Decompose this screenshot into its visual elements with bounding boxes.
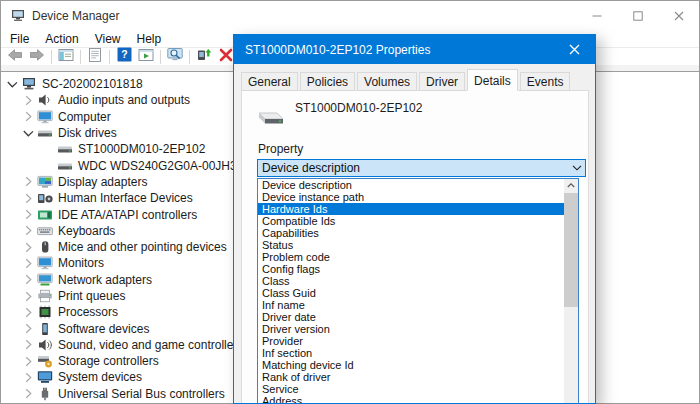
help-button[interactable]: ? — [113, 49, 135, 65]
back-button[interactable] — [4, 49, 26, 65]
toolbar-separator — [189, 50, 190, 64]
tree-item-label: Processors — [58, 305, 118, 319]
property-option-inf-name[interactable]: Inf name — [258, 299, 564, 311]
chevron-collapsed-icon[interactable] — [21, 339, 35, 351]
dialog-close-icon[interactable] — [553, 35, 595, 64]
tree-item-label: Human Interface Devices — [58, 191, 193, 205]
tab-events[interactable]: Events — [520, 72, 571, 91]
property-option-hardware-ids[interactable]: Hardware Ids — [258, 203, 564, 215]
menu-help[interactable]: Help — [129, 32, 170, 46]
chevron-collapsed-icon[interactable] — [21, 94, 35, 106]
toolbar-separator — [160, 50, 161, 64]
show-console-tree-button[interactable] — [55, 49, 77, 65]
property-option-driver-date[interactable]: Driver date — [258, 311, 564, 323]
property-option-provider[interactable]: Provider — [258, 335, 564, 347]
property-option-driver-version[interactable]: Driver version — [258, 323, 564, 335]
ide-controller-icon — [37, 208, 53, 222]
close-icon[interactable] — [658, 1, 699, 30]
menu-action[interactable]: Action — [37, 32, 86, 46]
chevron-collapsed-icon[interactable] — [21, 111, 35, 123]
property-option-capabilities[interactable]: Capabilities — [258, 227, 564, 239]
export-list-button[interactable] — [135, 49, 157, 65]
chevron-collapsed-icon[interactable] — [21, 355, 35, 367]
property-option-compatible-ids[interactable]: Compatible Ids — [258, 215, 564, 227]
scan-hardware-changes-icon — [167, 47, 183, 67]
chevron-collapsed-icon[interactable] — [21, 306, 35, 318]
tree-item-label: Mice and other pointing devices — [58, 240, 227, 254]
property-option-status[interactable]: Status — [258, 239, 564, 251]
keyboard-icon — [37, 224, 53, 238]
monitor-icon — [37, 110, 53, 124]
property-option-device-description[interactable]: Device description — [258, 179, 564, 191]
software-device-icon — [37, 322, 53, 336]
property-combobox[interactable]: Device description — [257, 159, 586, 177]
tab-driver[interactable]: Driver — [419, 72, 465, 91]
property-option-device-instance-path[interactable]: Device instance path — [258, 191, 564, 203]
chevron-expanded-icon[interactable] — [21, 127, 35, 139]
device-manager-icon — [10, 8, 26, 24]
tree-item-label: Audio inputs and outputs — [58, 93, 190, 107]
printer-icon — [37, 289, 53, 303]
property-option-problem-code[interactable]: Problem code — [258, 251, 564, 263]
chevron-expanded-icon[interactable] — [5, 78, 19, 90]
chevron-collapsed-icon[interactable] — [21, 209, 35, 221]
tab-general[interactable]: General — [241, 72, 298, 91]
tree-item-label: System devices — [58, 370, 142, 384]
forward-button[interactable] — [26, 49, 48, 65]
dropdown-scrollbar[interactable] — [564, 179, 578, 403]
property-option-class[interactable]: Class — [258, 275, 564, 287]
chevron-collapsed-icon[interactable] — [21, 388, 35, 400]
chevron-collapsed-icon[interactable] — [21, 257, 35, 269]
scrollbar-thumb[interactable] — [564, 193, 578, 307]
mouse-icon — [37, 240, 53, 254]
computer-icon — [21, 77, 37, 91]
scan-hardware-changes-button[interactable] — [164, 49, 186, 65]
tree-item-label: WDC WDS240G2G0A-00JH30 — [78, 159, 243, 173]
tree-item-label: Print queues — [58, 289, 125, 303]
tree-item-label: Sound, video and game controllers — [58, 338, 243, 352]
chevron-collapsed-icon[interactable] — [21, 290, 35, 302]
minimize-icon[interactable] — [576, 1, 617, 30]
property-option-inf-section[interactable]: Inf section — [258, 347, 564, 359]
property-option-config-flags[interactable]: Config flags — [258, 263, 564, 275]
window-controls — [576, 1, 699, 30]
tree-item-label: Disk drives — [58, 126, 117, 140]
tree-item-label: Display adapters — [58, 175, 147, 189]
tab-details[interactable]: Details — [467, 69, 518, 91]
chevron-collapsed-icon[interactable] — [21, 225, 35, 237]
storage-controller-icon — [37, 354, 53, 368]
tree-item-label: Software devices — [58, 322, 149, 336]
hid-icon — [37, 191, 53, 205]
toolbar-separator — [51, 50, 52, 64]
maximize-icon[interactable] — [617, 1, 658, 30]
tree-item-label: ST1000DM010-2EP102 — [78, 142, 205, 156]
dialog-title-bar: ST1000DM010-2EP102 Properties — [234, 35, 595, 64]
disk-drive-3d-icon — [253, 105, 285, 131]
menu-file[interactable]: File — [2, 32, 37, 46]
chevron-collapsed-icon[interactable] — [21, 176, 35, 188]
tree-item-label: Network adapters — [58, 273, 152, 287]
chevron-collapsed-icon[interactable] — [21, 241, 35, 253]
sound-icon — [37, 338, 53, 352]
display-adapter-icon — [37, 175, 53, 189]
tab-volumes[interactable]: Volumes — [357, 72, 417, 91]
disk-drive-icon — [37, 126, 53, 140]
chevron-collapsed-icon[interactable] — [21, 274, 35, 286]
chevron-up-icon[interactable] — [564, 179, 578, 192]
details-tab-page: ST1000DM010-2EP102 Property Device descr… — [241, 90, 589, 403]
update-driver-button[interactable] — [193, 49, 215, 65]
menu-view[interactable]: View — [87, 32, 129, 46]
chevron-collapsed-icon[interactable] — [21, 323, 35, 335]
property-option-class-guid[interactable]: Class Guid — [258, 287, 564, 299]
chevron-collapsed-icon[interactable] — [21, 371, 35, 383]
tab-policies[interactable]: Policies — [300, 72, 355, 91]
tree-item-label: SC-202002101818 — [42, 77, 143, 91]
property-option-service[interactable]: Service — [258, 383, 564, 395]
properties-button[interactable] — [84, 49, 106, 65]
tree-item-label: IDE ATA/ATAPI controllers — [58, 208, 197, 222]
dialog-tabs: GeneralPoliciesVolumesDriverDetailsEvent… — [241, 69, 572, 91]
property-option-rank-of-driver[interactable]: Rank of driver — [258, 371, 564, 383]
chevron-collapsed-icon[interactable] — [21, 192, 35, 204]
property-option-address[interactable]: Address — [258, 395, 564, 403]
property-option-matching-device-id[interactable]: Matching device Id — [258, 359, 564, 371]
